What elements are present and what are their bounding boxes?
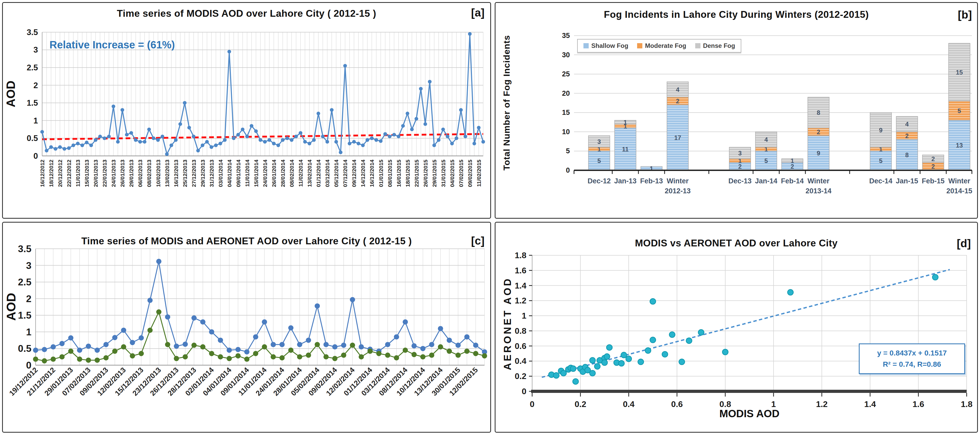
panel-d-title: MODIS vs AERONET AOD over Lahore City (495, 238, 977, 249)
modis-series (33, 259, 487, 354)
category-label-line2: 2014-15 (946, 187, 972, 195)
data-point (227, 356, 232, 361)
segment-value-label: 13 (956, 142, 963, 149)
data-point (385, 342, 390, 347)
data-point (218, 338, 223, 343)
data-point (437, 138, 441, 142)
data-point (33, 348, 38, 353)
data-point (200, 344, 205, 349)
regression-r-squared-text: R² = 0.74, R=0.86 (862, 359, 962, 370)
data-point (428, 80, 432, 83)
data-point (138, 140, 142, 144)
data-point (267, 138, 271, 142)
data-point (139, 351, 144, 356)
stacked-bars: 513111111724213514219285198242213515 (589, 43, 970, 172)
x-tick-label: 1.2 (816, 399, 827, 409)
data-point (359, 344, 364, 349)
data-point (191, 315, 197, 321)
segment-value-label: 8 (817, 109, 820, 116)
data-point (325, 140, 329, 144)
segment-value-label: 2 (676, 98, 679, 105)
data-point (299, 131, 302, 135)
data-point (477, 126, 480, 130)
modis-aod-line-chart: 00.511.522.533.516/12/201218/12/201220/1… (3, 3, 490, 218)
data-point (321, 135, 325, 138)
data-point (121, 344, 126, 349)
segment-value-label: 8 (905, 151, 908, 159)
data-point (464, 135, 467, 138)
aeronet-series (33, 310, 487, 364)
data-point (473, 351, 478, 356)
x-tick-label: 26/01/2013 (119, 160, 126, 187)
data-point (45, 149, 48, 152)
data-point (218, 354, 223, 359)
scatter-point (602, 360, 608, 365)
data-point (332, 356, 337, 361)
scatter-point (686, 338, 692, 343)
data-point (429, 342, 434, 347)
data-point (227, 348, 232, 353)
data-point (455, 343, 461, 348)
data-point (412, 343, 417, 348)
data-point (447, 349, 452, 354)
data-point (77, 348, 82, 353)
y-tick-label: 0.5 (18, 343, 32, 354)
data-point (365, 138, 369, 142)
data-point (272, 142, 275, 145)
data-point (94, 348, 100, 353)
x-tick-label: 07/02/2015 (458, 160, 464, 187)
data-point (147, 298, 153, 303)
x-tick-label: 08/02/2013 (146, 160, 152, 187)
segment-value-label: 5 (879, 157, 882, 164)
segment-value-label: 2 (817, 129, 820, 135)
data-point (165, 342, 170, 347)
data-point (219, 142, 222, 145)
data-point (42, 358, 47, 364)
data-point (297, 342, 302, 347)
y-tick-label: 1.6 (515, 266, 527, 275)
data-point (350, 297, 355, 302)
data-point (270, 342, 276, 347)
shallow-fog-legend-label: Shallow Fog (591, 42, 628, 49)
data-point (330, 108, 334, 112)
x-tick-labels: 19/12/201221/12/201229/01/201307/02/2013… (8, 366, 479, 397)
x-tick-label: 13/02/2014 (307, 160, 313, 187)
scatter-point (669, 332, 675, 337)
scatter-point (650, 337, 656, 343)
data-point (200, 319, 205, 325)
data-point (356, 142, 360, 145)
category-label: Winter (667, 177, 689, 185)
data-point (116, 140, 119, 144)
x-tick-label: 0.6 (671, 399, 682, 409)
data-point (323, 354, 329, 359)
data-point (235, 347, 240, 352)
data-point (33, 357, 38, 362)
data-point (152, 136, 156, 140)
panel-b-y-axis-title: Total Number of Fog Incidents (500, 2, 513, 208)
y-tick-label: 1 (26, 327, 32, 337)
data-point (270, 354, 276, 359)
data-point (68, 335, 73, 341)
data-point (72, 143, 75, 147)
data-point (438, 326, 443, 331)
data-point (94, 357, 100, 363)
y-tick-label: 1 (522, 311, 527, 321)
data-point (352, 140, 356, 144)
data-point (98, 135, 102, 138)
data-point (481, 140, 485, 144)
data-point (174, 356, 179, 361)
category-label: Dec-12 (588, 177, 611, 185)
y-tick-label: 3 (26, 260, 32, 271)
x-tick-label: 20/01/2013 (93, 160, 99, 187)
panel-a-label: [a] (471, 6, 485, 19)
data-point (188, 126, 191, 130)
data-point (383, 132, 387, 136)
x-tick-label: 24/01/2013 (110, 160, 116, 187)
data-point (250, 124, 253, 128)
x-tick-label: 15/01/2014 (253, 160, 259, 187)
data-point (134, 138, 137, 142)
data-point (192, 135, 196, 138)
data-point (125, 133, 129, 137)
x-tick-label: 11/01/2014 (244, 160, 250, 187)
modis-aeronet-line-chart: 00.511.522.533.519/12/201221/12/201229/0… (3, 222, 490, 432)
